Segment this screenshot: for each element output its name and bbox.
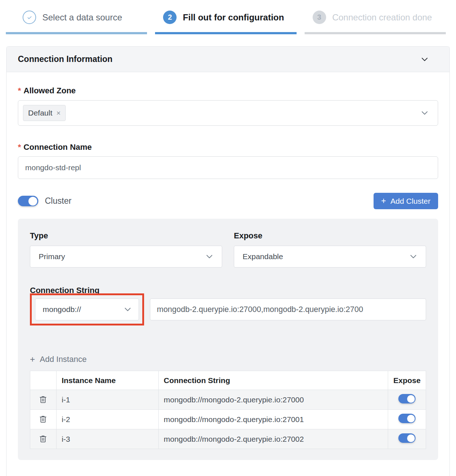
add-cluster-button[interactable]: + Add Cluster bbox=[374, 193, 438, 209]
step-progress-bar bbox=[155, 32, 296, 34]
toggle-knob bbox=[407, 415, 415, 422]
step-progress-bar bbox=[305, 32, 446, 34]
chevron-down-icon bbox=[420, 109, 429, 117]
scheme-select-value: mongodb:// bbox=[43, 305, 81, 314]
panel-title: Connection Information bbox=[18, 54, 112, 64]
connection-name-label: * Connection Name bbox=[18, 143, 438, 152]
instance-name-cell: i-3 bbox=[56, 429, 158, 449]
cluster-config-panel: Type Primary Expose Expandable bbox=[18, 219, 438, 460]
expose-label: Expose bbox=[234, 231, 426, 241]
tag-label: Default bbox=[28, 109, 53, 117]
connection-scheme-select[interactable]: mongodb:// bbox=[35, 299, 139, 320]
connection-string-column-header: Connection String bbox=[158, 371, 388, 390]
cluster-toggle-label: Cluster bbox=[45, 196, 72, 206]
toggle-knob bbox=[407, 395, 415, 403]
allowed-zone-select[interactable]: Default × bbox=[18, 100, 438, 126]
step-label: Fill out for configuration bbox=[183, 12, 284, 23]
expose-column-header: Expose bbox=[388, 371, 426, 390]
expose-select-value: Expandable bbox=[243, 252, 283, 261]
step-done-check-icon bbox=[23, 11, 36, 24]
connection-string-input[interactable] bbox=[150, 299, 426, 320]
step-progress-bar bbox=[6, 32, 147, 34]
step-number-badge: 3 bbox=[313, 11, 326, 24]
add-instance-label: Add Instance bbox=[40, 355, 86, 364]
add-cluster-label: Add Cluster bbox=[390, 197, 430, 206]
instance-name-cell: i-2 bbox=[56, 410, 158, 429]
chevron-down-icon bbox=[123, 305, 132, 314]
instance-name-cell: i-1 bbox=[56, 390, 158, 410]
expose-toggle[interactable] bbox=[398, 394, 416, 403]
step-select-data-source[interactable]: Select a data source bbox=[6, 11, 147, 34]
instances-table: Instance Name Connection String Expose bbox=[30, 371, 426, 449]
type-label: Type bbox=[30, 231, 222, 241]
delete-column-header bbox=[30, 371, 57, 390]
wizard-stepper: Select a data source 2 Fill out for conf… bbox=[6, 0, 446, 34]
required-asterisk: * bbox=[18, 143, 21, 152]
step-number-badge: 2 bbox=[163, 11, 177, 24]
delete-instance-button[interactable] bbox=[37, 413, 49, 425]
chevron-down-icon bbox=[409, 252, 418, 261]
connection-name-input[interactable] bbox=[18, 156, 438, 179]
collapse-chevron-down-icon[interactable] bbox=[420, 55, 429, 64]
table-row: i-2 mongodb://mongodo-2.querypie.io:2700… bbox=[30, 410, 426, 429]
type-select-value: Primary bbox=[39, 252, 65, 261]
expose-toggle[interactable] bbox=[398, 433, 416, 443]
connection-string-cell: mongodb://mongodo-2.querypie.io:27001 bbox=[158, 410, 388, 429]
add-instance-button[interactable]: + Add Instance bbox=[30, 355, 86, 364]
type-select[interactable]: Primary bbox=[30, 246, 222, 268]
trash-icon bbox=[38, 395, 48, 404]
delete-instance-button[interactable] bbox=[37, 433, 49, 445]
trash-icon bbox=[38, 434, 48, 444]
connection-string-cell: mongodb://mongodo-2.querypie.io:27002 bbox=[158, 429, 388, 449]
panel-header: Connection Information bbox=[7, 47, 449, 72]
expose-select[interactable]: Expandable bbox=[234, 246, 426, 268]
table-row: i-3 mongodb://mongodo-2.querypie.io:2700… bbox=[30, 429, 426, 449]
annotation-highlight-box: mongodb:// bbox=[30, 293, 144, 325]
step-label: Connection creation done bbox=[332, 12, 432, 23]
toggle-knob bbox=[28, 197, 37, 206]
allowed-zone-label: * Allowed Zone bbox=[18, 86, 438, 95]
delete-instance-button[interactable] bbox=[37, 393, 49, 406]
tag-remove-icon[interactable]: × bbox=[57, 109, 61, 117]
chevron-down-icon bbox=[205, 252, 214, 261]
expose-toggle[interactable] bbox=[398, 414, 416, 423]
table-row: i-1 mongodb://mongodo-2.querypie.io:2700… bbox=[30, 390, 426, 410]
step-fill-configuration[interactable]: 2 Fill out for configuration bbox=[155, 11, 296, 34]
connection-information-panel: Connection Information * Allowed Zone De… bbox=[6, 46, 450, 476]
toggle-knob bbox=[407, 434, 415, 442]
required-asterisk: * bbox=[18, 86, 21, 95]
allowed-zone-tag: Default × bbox=[23, 105, 66, 121]
instance-name-column-header: Instance Name bbox=[56, 371, 158, 390]
connection-string-cell: mongodb://mongodo-2.querypie.io:27000 bbox=[158, 390, 388, 410]
trash-icon bbox=[38, 414, 48, 424]
table-header-row: Instance Name Connection String Expose bbox=[30, 371, 426, 390]
step-label: Select a data source bbox=[42, 12, 122, 23]
plus-icon: + bbox=[381, 197, 386, 205]
plus-icon: + bbox=[30, 355, 35, 364]
cluster-toggle[interactable] bbox=[18, 196, 38, 206]
step-connection-done[interactable]: 3 Connection creation done bbox=[305, 11, 446, 34]
